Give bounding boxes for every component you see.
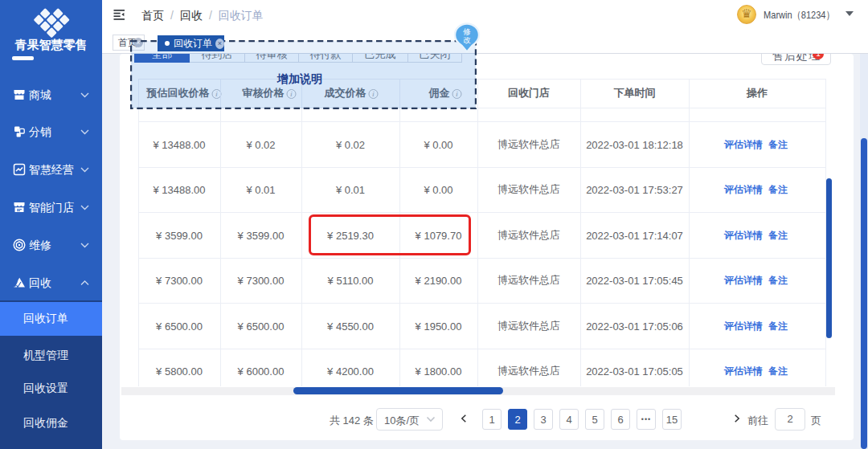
svg-text:改: 改 <box>463 35 471 44</box>
svg-text:修: 修 <box>462 27 471 36</box>
